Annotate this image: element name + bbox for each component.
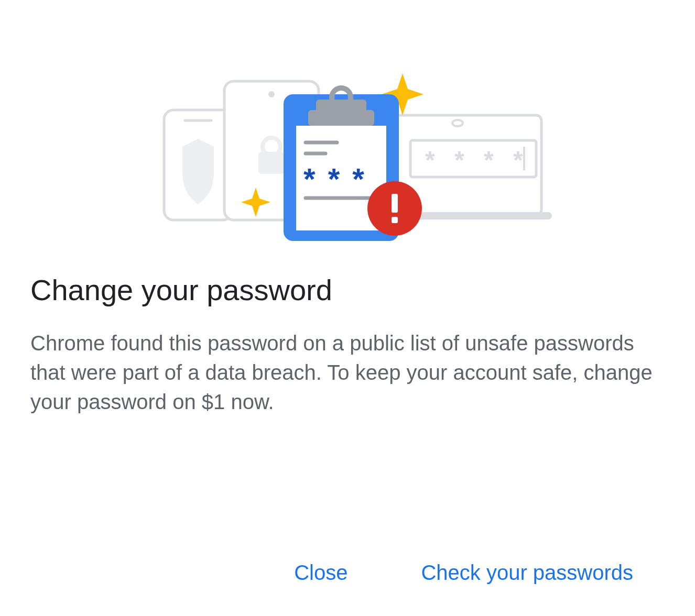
password-breach-dialog: * * * * <box>0 0 695 616</box>
phone-icon <box>164 110 232 220</box>
svg-rect-23 <box>392 217 398 223</box>
close-button[interactable]: Close <box>284 556 358 590</box>
dialog-actions: Close Check your passwords <box>30 556 665 590</box>
dialog-title: Change your password <box>30 272 665 307</box>
svg-rect-22 <box>392 194 398 213</box>
svg-text:* * *: * * * <box>303 162 366 196</box>
dialog-body: Chrome found this password on a public l… <box>30 328 665 416</box>
password-breach-illustration: * * * * <box>143 42 552 241</box>
illustration-container: * * * * <box>30 31 665 251</box>
svg-rect-14 <box>308 110 374 126</box>
svg-point-9 <box>268 91 275 97</box>
svg-text:* * * *: * * * * <box>425 146 529 174</box>
svg-point-1 <box>452 120 463 126</box>
check-passwords-button[interactable]: Check your passwords <box>410 556 644 590</box>
